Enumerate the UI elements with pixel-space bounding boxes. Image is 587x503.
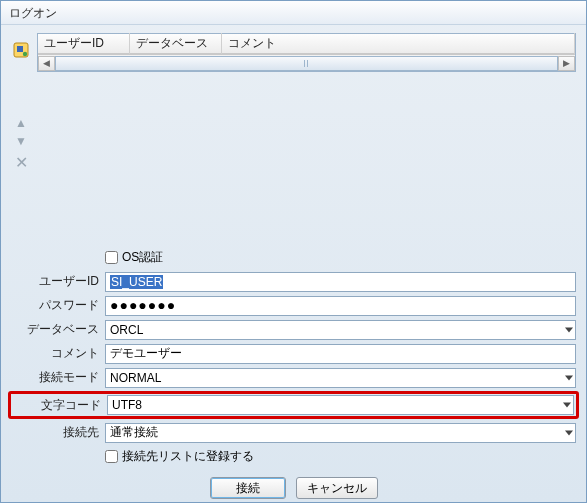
connect-mode-label: 接続モード <box>11 369 105 386</box>
delete-icon[interactable]: ✕ <box>15 155 28 171</box>
save-to-list-row: 接続先リストに登録する <box>11 446 576 467</box>
svg-point-1 <box>23 52 27 56</box>
titlebar: ログオン <box>1 1 586 25</box>
window-title: ログオン <box>9 6 57 20</box>
logon-dialog: ログオン ▲ ▼ ✕ ユーザーID <box>0 0 587 503</box>
logon-form: OS認証 ユーザーID SI_USER パスワード ●●●●●●● データベース <box>11 247 576 467</box>
os-auth-label: OS認証 <box>122 249 163 266</box>
cancel-button[interactable]: キャンセル <box>296 477 378 499</box>
scroll-right-button[interactable]: ▶ <box>558 56 575 71</box>
os-auth-row: OS認証 <box>11 247 576 268</box>
connection-list-area: ▲ ▼ ✕ ユーザーID データベース コメント SI_USER ORCL デモ… <box>11 33 576 233</box>
database-label: データベース <box>11 321 105 338</box>
database-combo[interactable] <box>105 320 576 340</box>
comment-label: コメント <box>11 345 105 362</box>
scroll-track[interactable] <box>55 56 558 71</box>
charset-highlight: 文字コード <box>8 391 579 419</box>
grid-header: ユーザーID データベース コメント <box>38 34 575 54</box>
user-id-value: SI_USER <box>110 275 163 289</box>
comment-row: コメント <box>11 343 576 364</box>
save-to-list-label: 接続先リストに登録する <box>122 448 254 465</box>
move-down-icon[interactable]: ▼ <box>15 135 27 147</box>
horizontal-scrollbar[interactable]: ◀ ▶ <box>38 54 575 71</box>
charset-label: 文字コード <box>13 397 107 414</box>
scroll-thumb[interactable] <box>55 56 558 71</box>
user-id-row: ユーザーID SI_USER <box>11 271 576 292</box>
content-area: ▲ ▼ ✕ ユーザーID データベース コメント SI_USER ORCL デモ… <box>1 25 586 503</box>
password-row: パスワード ●●●●●●● <box>11 295 576 316</box>
button-bar: 接続 キャンセル <box>11 477 576 499</box>
col-header-user-id[interactable]: ユーザーID <box>38 33 130 54</box>
database-row: データベース <box>11 319 576 340</box>
charset-row: 文字コード <box>13 395 574 415</box>
move-up-icon[interactable]: ▲ <box>15 117 27 129</box>
user-id-label: ユーザーID <box>11 273 105 290</box>
connect-mode-row: 接続モード <box>11 367 576 388</box>
charset-combo[interactable] <box>107 395 574 415</box>
connect-to-row: 接続先 <box>11 422 576 443</box>
connect-mode-combo[interactable] <box>105 368 576 388</box>
app-icon <box>12 41 30 59</box>
user-id-input[interactable]: SI_USER <box>105 272 576 292</box>
col-header-comment[interactable]: コメント <box>222 33 575 54</box>
scroll-left-button[interactable]: ◀ <box>38 56 55 71</box>
password-input[interactable]: ●●●●●●● <box>105 296 576 316</box>
connect-to-label: 接続先 <box>11 424 105 441</box>
connect-button[interactable]: 接続 <box>210 477 286 499</box>
side-controls: ▲ ▼ ✕ <box>11 33 31 171</box>
password-label: パスワード <box>11 297 105 314</box>
os-auth-checkbox[interactable] <box>105 251 118 264</box>
save-to-list-checkbox[interactable] <box>105 450 118 463</box>
connection-grid[interactable]: ユーザーID データベース コメント SI_USER ORCL デモユーザー ◀ <box>37 33 576 72</box>
comment-input[interactable] <box>105 344 576 364</box>
connect-to-combo[interactable] <box>105 423 576 443</box>
col-header-database[interactable]: データベース <box>130 33 222 54</box>
